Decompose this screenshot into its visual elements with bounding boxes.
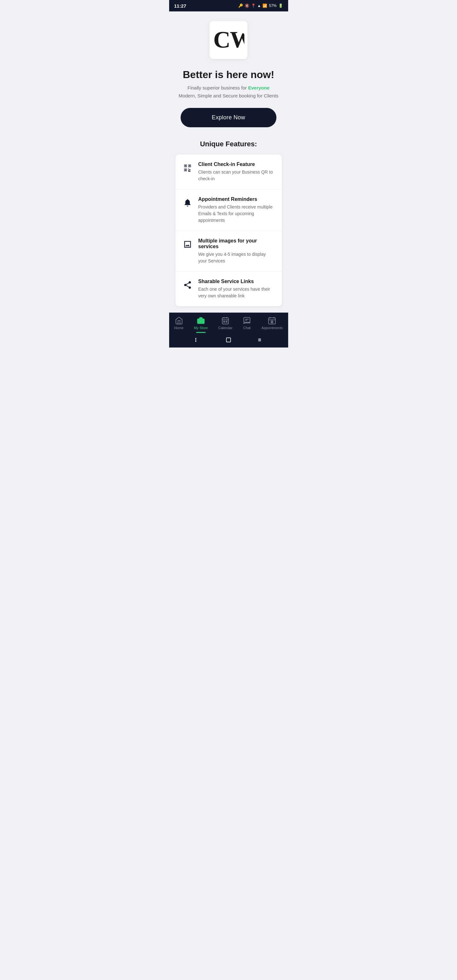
svg-rect-7 — [224, 321, 225, 322]
feature-links-content: Sharable Service Links Each one of your … — [198, 278, 275, 299]
location-icon: 📍 — [251, 3, 256, 8]
key-icon: 🔑 — [238, 3, 243, 8]
chat-icon — [243, 317, 251, 325]
feature-images-desc: We give you 4-5 images to display your S… — [198, 251, 275, 264]
svg-rect-9 — [244, 317, 250, 322]
android-back-icon — [194, 337, 201, 343]
home-icon — [175, 317, 183, 325]
feature-links-desc: Each one of your services have their ver… — [198, 286, 275, 299]
android-recents-btn[interactable] — [255, 335, 264, 345]
bottom-nav: Home My Store Calendar Chat — [169, 313, 288, 332]
nav-appointments-label: Appointments — [261, 326, 283, 330]
qr-code-icon — [182, 162, 193, 173]
status-time: 11:27 — [174, 3, 186, 9]
nav-mystore-label: My Store — [194, 326, 208, 330]
features-title: Unique Features: — [200, 140, 257, 148]
appointments-icon — [268, 317, 276, 325]
subtitle-prefix: Finally superior business for — [188, 85, 248, 91]
logo-svg: CW — [213, 26, 244, 51]
feature-images-content: Multiple images for your services We giv… — [198, 238, 275, 264]
feature-reminders-name: Appointment Reminders — [198, 196, 275, 202]
hero-subtitle2: Modern, Simple and Secure booking for Cl… — [179, 93, 278, 99]
battery-icon: 🔋 — [278, 3, 283, 8]
logo-text: CW — [213, 26, 244, 54]
signal-icon: 📶 — [263, 3, 267, 8]
share-icon — [182, 279, 193, 291]
status-bar: 11:27 🔑 🔇 📍 ▲ 📶 57% 🔋 — [169, 0, 288, 11]
android-recents-icon — [256, 337, 263, 343]
feature-reminders-content: Appointment Reminders Providers and Clie… — [198, 196, 275, 224]
nav-home[interactable]: Home — [171, 316, 186, 330]
svg-rect-18 — [226, 338, 231, 342]
feature-reminders-desc: Providers and Clients receive multiple E… — [198, 204, 275, 224]
explore-now-button[interactable]: Explore Now — [181, 108, 276, 127]
mute-icon: 🔇 — [245, 3, 250, 8]
nav-home-label: Home — [174, 326, 183, 330]
svg-point-2 — [200, 321, 201, 321]
nav-appointments[interactable]: Appointments — [258, 316, 286, 330]
nav-calendar[interactable]: Calendar — [215, 316, 236, 330]
subtitle-highlight: Everyone — [248, 85, 270, 91]
status-icons: 🔑 🔇 📍 ▲ 📶 57% 🔋 — [238, 3, 283, 8]
feature-checkin: Client Check-in Feature Clients can scan… — [175, 154, 282, 189]
calendar-icon — [221, 317, 229, 325]
wifi-icon: ▲ — [257, 3, 261, 8]
hero-title: Better is here now! — [183, 68, 274, 81]
features-card: Client Check-in Feature Clients can scan… — [175, 154, 282, 306]
app-logo: CW — [209, 21, 248, 59]
feature-images-name: Multiple images for your services — [198, 238, 275, 250]
feature-links: Sharable Service Links Each one of your … — [175, 272, 282, 306]
nav-mystore[interactable]: My Store — [191, 316, 211, 330]
feature-checkin-name: Client Check-in Feature — [198, 162, 275, 167]
image-icon — [182, 239, 193, 250]
feature-links-name: Sharable Service Links — [198, 278, 275, 284]
android-back-btn[interactable] — [193, 335, 202, 345]
battery-text: 57% — [269, 3, 276, 8]
bell-icon — [182, 197, 193, 208]
svg-text:CW: CW — [213, 26, 244, 51]
feature-checkin-content: Client Check-in Feature Clients can scan… — [198, 162, 275, 182]
store-icon — [197, 317, 205, 325]
nav-chat-label: Chat — [243, 326, 250, 330]
android-home-btn[interactable] — [224, 335, 233, 345]
svg-rect-8 — [226, 321, 227, 322]
feature-checkin-desc: Clients can scan your Business QR to che… — [198, 169, 275, 182]
feature-reminders: Appointment Reminders Providers and Clie… — [175, 189, 282, 231]
feature-images: Multiple images for your services We giv… — [175, 231, 282, 272]
nav-calendar-label: Calendar — [218, 326, 232, 330]
android-nav — [169, 332, 288, 347]
svg-rect-3 — [222, 318, 228, 324]
main-content: CW Better is here now! Finally superior … — [169, 11, 288, 313]
nav-chat[interactable]: Chat — [240, 316, 254, 330]
android-home-icon — [225, 337, 232, 343]
hero-subtitle: Finally superior business for Everyone — [188, 84, 269, 92]
